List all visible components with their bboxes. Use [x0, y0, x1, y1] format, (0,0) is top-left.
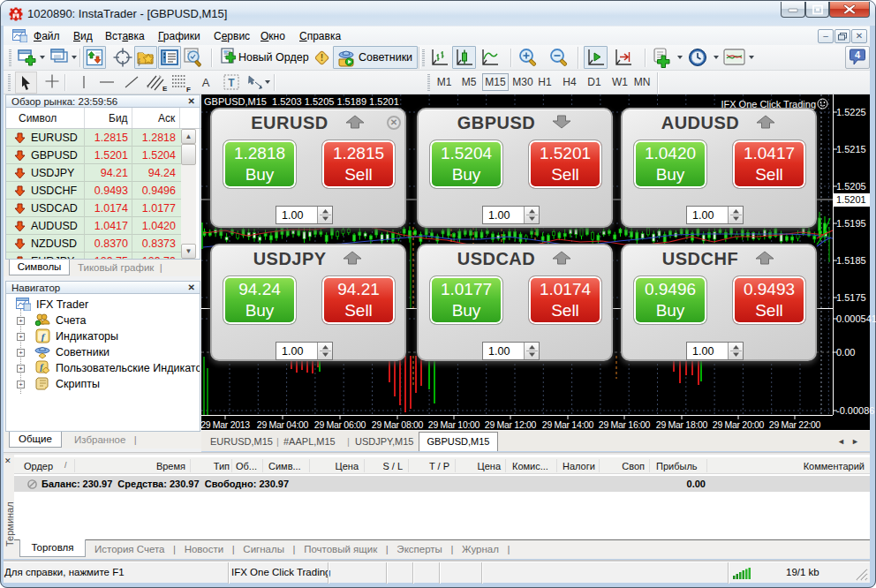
svg-text:T: T [228, 77, 235, 89]
svg-text:E: E [162, 85, 168, 93]
svg-text:!: ! [321, 53, 323, 63]
svg-text:4: 4 [855, 49, 861, 60]
svg-text:F: F [186, 86, 191, 94]
svg-text:A: A [202, 76, 210, 89]
